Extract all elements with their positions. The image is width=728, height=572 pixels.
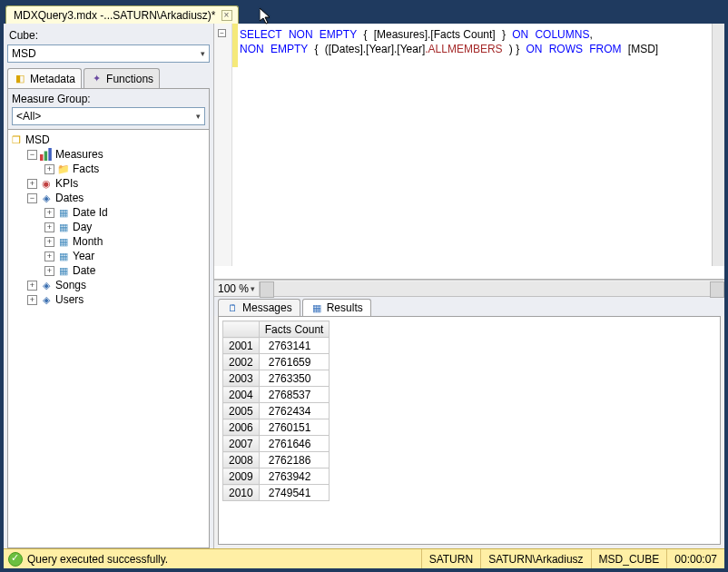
results-grid-container: Facts Count 20012763141 20022761659 2003…: [218, 316, 721, 545]
cube-icon: ❒: [10, 133, 23, 146]
expand-icon[interactable]: +: [27, 295, 37, 305]
tab-results[interactable]: ▦ Results: [302, 299, 371, 316]
table-row: 20072761646: [223, 436, 330, 452]
dimension-icon: ◈: [40, 293, 53, 306]
cube-tree[interactable]: ❒MSD − Measures +📁Facts +◉KPIs −◈Dates +…: [7, 130, 210, 548]
row-header[interactable]: 2005: [223, 403, 260, 419]
editor-gutter: [214, 24, 232, 266]
tree-users[interactable]: Users: [55, 293, 84, 306]
table-row: 20012763141: [223, 338, 330, 354]
status-bar: Query executed successfully. SATURN SATU…: [4, 548, 724, 568]
svg-rect-1: [44, 152, 48, 162]
attribute-icon: ▦: [57, 235, 70, 248]
tree-songs[interactable]: Songs: [55, 279, 86, 291]
cell[interactable]: 2762434: [259, 403, 330, 419]
table-row: 20052762434: [223, 403, 330, 419]
outline-collapse-icon[interactable]: −: [218, 29, 226, 37]
editor-zoombar: 100 % ▾: [214, 280, 724, 296]
status-user: SATURN\Arkadiusz: [480, 549, 590, 568]
tab-title: MDXQuery3.mdx -...SATURN\Arkadiusz)*: [14, 9, 216, 22]
document-tabbar: MDXQuery3.mdx -...SATURN\Arkadiusz)* ×: [4, 4, 724, 24]
vertical-scrollbar[interactable]: [712, 24, 724, 266]
measure-group-select[interactable]: <All> ▾: [12, 107, 205, 125]
tree-attr[interactable]: Date Id: [73, 206, 108, 219]
chevron-down-icon: ▾: [196, 112, 201, 121]
row-header[interactable]: 2001: [223, 338, 260, 354]
close-icon[interactable]: ×: [221, 10, 232, 21]
tree-attr[interactable]: Date: [73, 264, 95, 277]
cell[interactable]: 2763141: [259, 338, 330, 354]
document-tab[interactable]: MDXQuery3.mdx -...SATURN\Arkadiusz)* ×: [5, 5, 239, 24]
row-header[interactable]: 2003: [223, 370, 260, 387]
measure-group-label: Measure Group:: [12, 93, 205, 105]
results-grid[interactable]: Facts Count 20012763141 20022761659 2003…: [222, 321, 330, 501]
cell[interactable]: 2768537: [259, 387, 330, 403]
row-header[interactable]: 2008: [223, 452, 260, 468]
table-row: 20062760151: [223, 419, 330, 436]
cube-select[interactable]: MSD ▾: [7, 44, 210, 63]
messages-icon: 🗒: [226, 301, 239, 314]
row-header[interactable]: 2004: [223, 387, 260, 403]
horizontal-scrollbar[interactable]: [259, 281, 724, 296]
dimension-icon: ◈: [40, 279, 53, 291]
row-header[interactable]: 2007: [223, 436, 260, 452]
cell[interactable]: 2761646: [259, 436, 330, 452]
tree-root[interactable]: MSD: [25, 133, 50, 146]
zoom-select[interactable]: 100 % ▾: [214, 282, 259, 295]
cell[interactable]: 2763350: [259, 370, 330, 387]
expand-icon[interactable]: +: [44, 251, 54, 261]
results-tabbar: 🗒 Messages ▦ Results: [214, 296, 724, 316]
row-header[interactable]: 2002: [223, 354, 260, 370]
change-marker: [232, 24, 238, 67]
tree-facts[interactable]: Facts: [73, 163, 99, 175]
tab-messages[interactable]: 🗒 Messages: [218, 299, 300, 316]
status-db: MSD_CUBE: [591, 549, 667, 568]
status-server: SATURN: [421, 549, 480, 568]
expand-icon[interactable]: +: [44, 237, 54, 247]
collapse-icon[interactable]: −: [27, 193, 37, 203]
expand-icon[interactable]: +: [44, 208, 54, 218]
row-header[interactable]: 2010: [223, 485, 260, 501]
attribute-icon: ▦: [57, 221, 70, 233]
tree-attr[interactable]: Day: [73, 221, 92, 233]
tree-kpis[interactable]: KPIs: [55, 177, 78, 190]
grid-corner: [223, 321, 260, 338]
status-message: Query executed successfully.: [27, 553, 421, 566]
tab-functions-label: Functions: [106, 73, 153, 85]
tree-attr[interactable]: Month: [73, 235, 103, 248]
table-row: 20082762186: [223, 452, 330, 468]
cell[interactable]: 2763942: [259, 468, 330, 485]
row-header[interactable]: 2006: [223, 419, 260, 436]
table-row: 20042768537: [223, 387, 330, 403]
cell[interactable]: 2762186: [259, 452, 330, 468]
expand-icon[interactable]: +: [44, 164, 54, 174]
tab-metadata[interactable]: ◧ Metadata: [7, 68, 82, 88]
tab-functions[interactable]: ✦ Functions: [84, 68, 160, 88]
svg-rect-2: [48, 148, 52, 161]
tree-attr[interactable]: Year: [73, 250, 94, 262]
attribute-icon: ▦: [57, 250, 70, 262]
cell[interactable]: 2749541: [259, 485, 330, 501]
tab-results-label: Results: [327, 301, 363, 314]
cell[interactable]: 2760151: [259, 419, 330, 436]
collapse-icon[interactable]: −: [27, 150, 37, 160]
mdx-editor[interactable]: − ⇕ SELECT NON EMPTY { [Measures].[Facts…: [214, 24, 724, 280]
folder-icon: 📁: [57, 163, 70, 175]
column-header[interactable]: Facts Count: [259, 321, 330, 338]
table-row: 20022761659: [223, 354, 330, 370]
left-subtabs: ◧ Metadata ✦ Functions: [7, 68, 210, 88]
expand-icon[interactable]: +: [27, 179, 37, 189]
cube-select-value: MSD: [12, 47, 36, 60]
zoom-value: 100 %: [218, 282, 249, 295]
row-header[interactable]: 2009: [223, 468, 260, 485]
expand-icon[interactable]: +: [44, 266, 54, 276]
table-row: 20032763350: [223, 370, 330, 387]
expand-icon[interactable]: +: [27, 281, 37, 291]
measures-icon: [40, 148, 53, 161]
expand-icon[interactable]: +: [44, 222, 54, 232]
attribute-icon: ▦: [57, 264, 70, 277]
tree-dates[interactable]: Dates: [55, 192, 84, 204]
tree-measures[interactable]: Measures: [55, 148, 103, 161]
cube-icon: ◧: [14, 73, 26, 85]
cell[interactable]: 2761659: [259, 354, 330, 370]
